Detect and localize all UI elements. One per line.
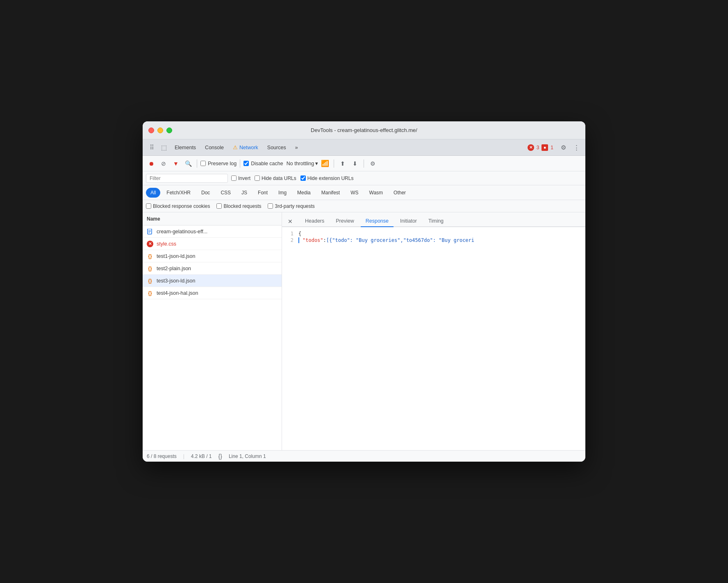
invert-checkbox[interactable] — [231, 175, 237, 181]
code-line-1: 1 { — [282, 230, 585, 237]
json-icon-3: {} — [147, 278, 153, 284]
disable-cache-label[interactable]: Disable cache — [243, 161, 283, 166]
type-btn-doc[interactable]: Doc — [197, 188, 214, 198]
file-name-test2: test2-plain.json — [157, 266, 191, 271]
response-panel: ✕ Headers Preview Response Initiator Tim… — [282, 212, 585, 450]
third-party-checkbox[interactable] — [268, 203, 273, 209]
tab-preview[interactable]: Preview — [331, 216, 359, 227]
type-btn-all[interactable]: All — [146, 188, 160, 198]
code-line-2: 2 "todos" : [{"todo": "Buy groceries","t… — [282, 237, 585, 244]
status-bar: 6 / 8 requests | 4.2 kB / 1 {} Line 1, C… — [143, 450, 585, 462]
warn-count: 1 — [551, 145, 553, 150]
preserve-log-label[interactable]: Preserve log — [200, 161, 237, 166]
responsive-icon[interactable]: ⬚ — [158, 142, 170, 153]
filter-row: Invert Hide data URLs Hide extension URL… — [143, 171, 585, 185]
tab-elements[interactable]: Elements — [171, 142, 200, 153]
disable-cache-checkbox[interactable] — [243, 161, 249, 166]
file-name-test1: test1-json-ld.json — [157, 253, 196, 259]
blocked-cookies-text: Blocked response cookies — [153, 203, 210, 209]
online-icon[interactable]: 📶 — [320, 158, 330, 169]
separator-1 — [197, 159, 197, 168]
filter-options: Invert Hide data URLs Hide extension URL… — [231, 175, 353, 181]
maximize-button[interactable] — [166, 128, 172, 133]
export-har-button[interactable]: ⬇ — [350, 158, 360, 169]
type-btn-manifest[interactable]: Manifest — [317, 188, 344, 198]
throttle-select[interactable]: No throttling ▾ — [287, 160, 318, 166]
type-btn-media[interactable]: Media — [293, 188, 315, 198]
blocked-cookies-checkbox[interactable] — [146, 203, 151, 209]
type-btn-img[interactable]: Img — [274, 188, 291, 198]
error-circle-icon: ✕ — [528, 144, 534, 151]
json-icon-1: {} — [147, 253, 153, 260]
hide-data-checkbox[interactable] — [255, 175, 260, 181]
tab-toolbar-right: ⚙ ⋮ — [557, 142, 582, 153]
file-item-test3[interactable]: {} test3-json-ld.json — [143, 275, 282, 287]
file-list: Name cream-gelatinous-eff... ✕ style.css… — [143, 212, 282, 450]
tab-response[interactable]: Response — [361, 216, 394, 227]
actions-toolbar: ⏺ ⊘ ▼ 🔍 Preserve log Disable cache No th… — [143, 156, 585, 171]
settings-gear-icon[interactable]: ⚙ — [557, 142, 569, 153]
filter-input[interactable] — [146, 174, 228, 183]
error-badges: ✕ 3 ■ 1 — [528, 144, 553, 151]
record-button[interactable]: ⏺ — [146, 158, 157, 169]
file-item-cream[interactable]: cream-gelatinous-eff... — [143, 225, 282, 238]
file-item-test4[interactable]: {} test4-json-hal.json — [143, 287, 282, 299]
file-item-style-css[interactable]: ✕ style.css — [143, 238, 282, 250]
blocked-requests-text: Blocked requests — [223, 203, 261, 209]
file-item-test2[interactable]: {} test2-plain.json — [143, 262, 282, 275]
error-count: 3 — [537, 145, 539, 150]
third-party-label[interactable]: 3rd-party requests — [268, 203, 314, 209]
tabs-toolbar: ⠿ ⬚ Elements Console ⚠ Network Sources »… — [143, 139, 585, 156]
inspector-icon[interactable]: ⠿ — [146, 142, 157, 153]
format-icon[interactable]: {} — [218, 453, 222, 460]
close-panel-button[interactable]: ✕ — [285, 216, 295, 226]
blocked-requests-checkbox[interactable] — [216, 203, 222, 209]
cursor-position: Line 1, Column 1 — [229, 453, 266, 459]
file-item-test1[interactable]: {} test1-json-ld.json — [143, 250, 282, 262]
type-btn-other[interactable]: Other — [389, 188, 410, 198]
tab-console[interactable]: Console — [201, 142, 228, 153]
code-content-1: { — [298, 231, 301, 237]
hide-ext-checkbox[interactable] — [300, 175, 306, 181]
extra-filter-row: Blocked response cookies Blocked request… — [143, 200, 585, 212]
invert-label[interactable]: Invert — [231, 175, 250, 181]
file-name-style-css: style.css — [157, 241, 176, 247]
tab-initiator[interactable]: Initiator — [395, 216, 422, 227]
indent-bar — [298, 237, 299, 243]
response-tabs: ✕ Headers Preview Response Initiator Tim… — [282, 212, 585, 227]
tab-more[interactable]: » — [291, 142, 302, 153]
hide-data-label[interactable]: Hide data URLs — [255, 175, 296, 181]
hide-ext-label[interactable]: Hide extension URLs — [300, 175, 354, 181]
tab-network[interactable]: ⚠ Network — [229, 142, 262, 153]
type-btn-ws[interactable]: WS — [346, 188, 363, 198]
blocked-requests-label[interactable]: Blocked requests — [216, 203, 261, 209]
file-name-test4: test4-json-hal.json — [157, 290, 198, 296]
clear-button[interactable]: ⊘ — [158, 158, 169, 169]
tab-timing[interactable]: Timing — [423, 216, 448, 227]
title-bar: DevTools - cream-gelatinous-effect.glitc… — [143, 121, 585, 139]
warning-icon: ⚠ — [233, 144, 238, 150]
filter-button[interactable]: ▼ — [171, 158, 181, 169]
type-btn-wasm[interactable]: Wasm — [365, 188, 388, 198]
close-button[interactable] — [148, 128, 154, 133]
line-number-2: 2 — [282, 237, 298, 243]
requests-count: 6 / 8 requests — [147, 453, 177, 459]
search-button[interactable]: 🔍 — [183, 158, 193, 169]
response-code-area: 1 { 2 "todos" : [{"todo": "Buy groceries… — [282, 227, 585, 450]
type-filter-row: All Fetch/XHR Doc CSS JS Font Img Media … — [143, 185, 585, 200]
more-options-icon[interactable]: ⋮ — [571, 142, 582, 153]
third-party-text: 3rd-party requests — [275, 203, 314, 209]
tab-sources[interactable]: Sources — [263, 142, 290, 153]
network-settings-button[interactable]: ⚙ — [367, 158, 378, 169]
devtools-window: DevTools - cream-gelatinous-effect.glitc… — [143, 121, 585, 462]
preserve-log-checkbox[interactable] — [200, 161, 206, 166]
blocked-cookies-label[interactable]: Blocked response cookies — [146, 203, 210, 209]
json-icon-2: {} — [147, 265, 153, 272]
tab-headers[interactable]: Headers — [300, 216, 329, 227]
import-har-button[interactable]: ⬆ — [337, 158, 348, 169]
type-btn-css[interactable]: CSS — [216, 188, 235, 198]
minimize-button[interactable] — [157, 128, 163, 133]
type-btn-fetch-xhr[interactable]: Fetch/XHR — [162, 188, 195, 198]
type-btn-font[interactable]: Font — [253, 188, 272, 198]
type-btn-js[interactable]: JS — [237, 188, 252, 198]
